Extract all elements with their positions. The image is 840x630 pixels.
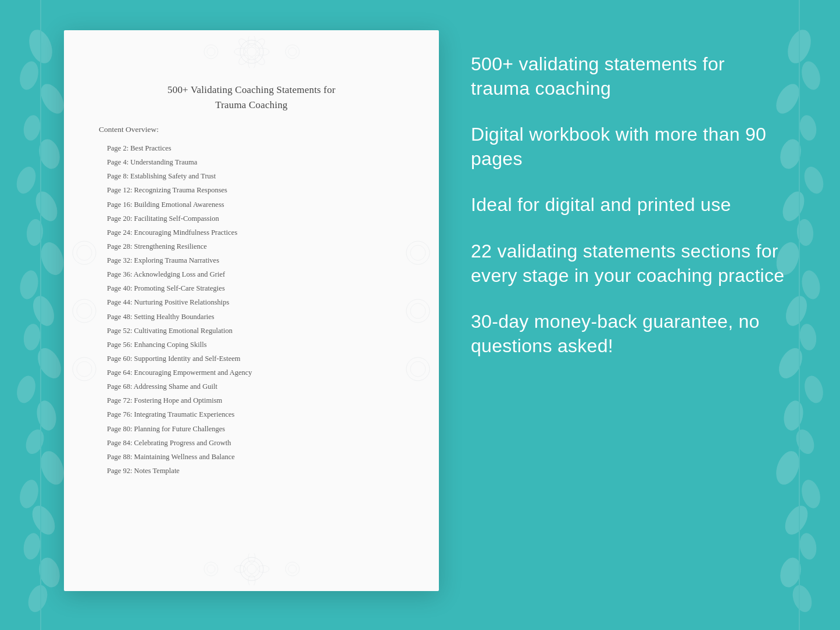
info-text-4: 30-day money-back guarantee, no question… [471, 310, 785, 358]
toc-item: Page 84: Celebrating Progress and Growth [99, 436, 404, 450]
document-title: 500+ Validating Coaching Statements for … [99, 83, 404, 112]
svg-point-71 [406, 357, 430, 381]
svg-point-69 [406, 299, 430, 323]
toc-item: Page 40: Promoting Self-Care Strategies [99, 281, 404, 295]
toc-item: Page 64: Encouraging Empowerment and Age… [99, 366, 404, 380]
content-overview-label: Content Overview: [99, 125, 404, 134]
toc-item: Page 48: Setting Healthy Boundaries [99, 310, 404, 324]
toc-item: Page 2: Best Practices [99, 141, 404, 155]
toc-item: Page 28: Strengthening Resilience [99, 239, 404, 253]
svg-point-77 [248, 575, 255, 585]
doc-title-line1: 500+ Validating Coaching Statements for [167, 84, 335, 95]
svg-point-65 [73, 357, 96, 381]
info-block-4: 30-day money-back guarantee, no question… [471, 310, 785, 358]
svg-point-60 [288, 48, 296, 56]
info-panel: 500+ validating statements for trauma co… [459, 41, 796, 392]
toc-item: Page 88: Maintaining Wellness and Balanc… [99, 450, 404, 464]
toc-item: Page 52: Cultivating Emotional Regulatio… [99, 324, 404, 338]
toc-item: Page 8: Establishing Safety and Trust [99, 169, 404, 183]
mandala-bottom-decoration [188, 553, 316, 585]
toc-item: Page 92: Notes Template [99, 464, 404, 478]
svg-point-57 [204, 45, 218, 59]
toc-item: Page 24: Encouraging Mindfulness Practic… [99, 225, 404, 239]
info-text-0: 500+ validating statements for trauma co… [471, 52, 785, 101]
svg-point-64 [77, 303, 92, 318]
toc-item: Page 44: Nurturing Positive Relationship… [99, 295, 404, 309]
svg-point-49 [248, 36, 255, 46]
svg-point-75 [247, 564, 256, 574]
toc-item: Page 72: Fostering Hope and Optimism [99, 393, 404, 407]
toc-item: Page 76: Integrating Traumatic Experienc… [99, 407, 404, 421]
svg-point-67 [406, 241, 430, 264]
toc-item: Page 4: Understanding Trauma [99, 155, 404, 169]
svg-point-50 [248, 58, 255, 68]
toc-item: Page 20: Facilitating Self-Compassion [99, 212, 404, 225]
toc-item: Page 80: Planning for Future Challenges [99, 422, 404, 436]
svg-point-70 [410, 303, 426, 318]
svg-point-66 [77, 361, 92, 377]
svg-point-72 [410, 361, 426, 377]
info-block-2: Ideal for digital and printed use [471, 193, 785, 217]
toc-item: Page 68: Addressing Shame and Guilt [99, 380, 404, 393]
info-text-1: Digital workbook with more than 90 pages [471, 123, 785, 171]
side-watermark-right [402, 224, 434, 398]
toc-item: Page 60: Supporting Identity and Self-Es… [99, 352, 404, 366]
toc-item: Page 32: Exploring Trauma Narratives [99, 253, 404, 267]
svg-point-58 [207, 48, 215, 56]
svg-point-62 [77, 245, 92, 260]
mandala-top-decoration [188, 36, 316, 68]
info-text-3: 22 validating statements sections for ev… [471, 239, 785, 288]
svg-point-48 [247, 47, 256, 56]
svg-point-82 [285, 562, 299, 576]
info-block-0: 500+ validating statements for trauma co… [471, 52, 785, 101]
info-text-2: Ideal for digital and printed use [471, 193, 785, 217]
doc-title-line2: Trauma Coaching [215, 99, 288, 110]
toc-item: Page 36: Acknowledging Loss and Grief [99, 267, 404, 281]
svg-point-59 [285, 45, 299, 59]
info-block-1: Digital workbook with more than 90 pages [471, 123, 785, 171]
svg-point-80 [204, 562, 218, 576]
toc-list: Page 2: Best PracticesPage 4: Understand… [99, 141, 404, 478]
svg-point-83 [288, 565, 296, 573]
toc-item: Page 12: Recognizing Trauma Responses [99, 183, 404, 197]
side-watermark-left [69, 224, 101, 398]
svg-point-81 [207, 565, 215, 573]
svg-point-68 [410, 245, 426, 260]
info-block-3: 22 validating statements sections for ev… [471, 239, 785, 288]
svg-point-63 [73, 299, 96, 323]
svg-point-61 [73, 241, 96, 264]
document-card: 500+ Validating Coaching Statements for … [64, 30, 439, 591]
svg-point-76 [248, 553, 255, 563]
toc-item: Page 56: Enhancing Coping Skills [99, 338, 404, 352]
toc-item: Page 16: Building Emotional Awareness [99, 198, 404, 212]
